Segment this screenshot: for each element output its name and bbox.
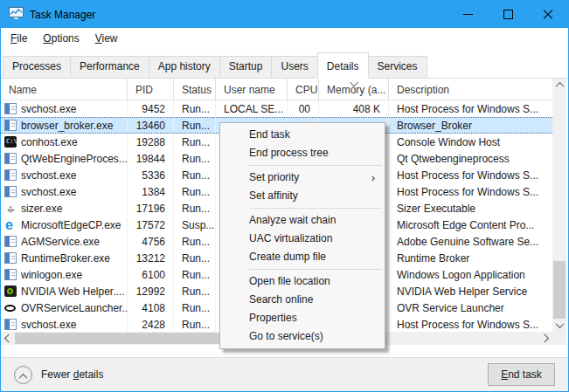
menu-separator [249,208,382,209]
scrollbar-corner [552,332,566,345]
menu-item-set-affinity[interactable]: Set affinity [220,187,385,205]
column-header-description[interactable]: Description [389,79,552,100]
app-window-icon [4,319,17,330]
scroll-left-button[interactable] [1,332,14,345]
scroll-down-button[interactable] [552,319,566,332]
column-header-name[interactable]: Name [1,79,128,100]
vertical-scrollbar-thumb[interactable] [553,261,566,319]
app-window-icon [4,169,17,181]
close-button[interactable] [528,1,568,28]
fewer-details-toggle[interactable]: Fewer details [14,366,103,384]
tab-processes[interactable]: Processes [3,56,71,79]
table-row[interactable]: svchost.exe 9452 Run... LOCAL SE... 00 4… [1,100,552,117]
console-icon [4,136,17,148]
app-window-icon [4,269,17,280]
ovr-oval-icon [4,302,17,313]
tab-users[interactable]: Users [271,56,317,79]
tabstrip: Processes Performance App history Startu… [1,49,568,79]
menu-item-go-to-services[interactable]: Go to service(s) [220,327,385,346]
titlebar[interactable]: Task Manager [1,1,568,28]
tab-details[interactable]: Details [317,52,369,79]
footer-bar: Fewer details End task [1,357,568,391]
column-header-pid[interactable]: PID [128,79,174,100]
vertical-scrollbar[interactable] [552,79,566,332]
menubar-item-view[interactable]: View [87,30,126,47]
task-manager-icon [9,7,24,22]
app-window-icon [4,153,17,164]
move-arrows-icon [4,203,17,214]
edge-browser-icon [4,219,17,230]
menu-separator [249,269,382,270]
menu-item-create-dump-file[interactable]: Create dump file [220,248,385,266]
collapse-chevron-icon [14,366,32,384]
menu-item-set-priority[interactable]: Set priority› [220,168,385,187]
minimize-icon [463,14,473,15]
scroll-left-icon [4,334,13,343]
menu-item-open-file-location[interactable]: Open file location [220,272,385,291]
tab-performance[interactable]: Performance [70,56,149,79]
nvidia-icon [4,285,17,297]
menu-separator [249,165,382,166]
menu-item-analyze-wait-chain[interactable]: Analyze wait chain [220,211,385,230]
menu-item-properties[interactable]: Properties [220,309,385,327]
close-icon [543,10,553,20]
scroll-up-icon [555,82,564,91]
end-task-button[interactable]: End task [488,363,555,386]
app-window-icon [4,103,17,114]
tab-app-history[interactable]: App history [149,56,220,79]
scroll-right-button[interactable] [539,332,552,345]
scroll-up-button[interactable] [552,79,566,92]
app-window-icon [4,186,17,197]
menu-item-end-process-tree[interactable]: End process tree [220,144,385,162]
submenu-arrow-icon: › [371,168,375,187]
menubar-item-options[interactable]: Options [35,30,87,47]
tab-startup[interactable]: Startup [219,56,273,79]
app-window-icon [4,236,17,247]
app-window-icon [4,120,17,131]
fewer-details-label: Fewer details [41,368,103,381]
column-header-cpu[interactable]: CPU [288,79,319,100]
menubar: File Options View [1,28,568,49]
column-header-user-name[interactable]: User name [216,79,288,100]
column-header-memory[interactable]: Memory (a... [319,79,389,100]
menubar-item-file[interactable]: File [3,30,35,47]
column-header-status[interactable]: Status [174,79,216,100]
context-menu: End task End process tree Set priority› … [219,122,385,349]
tab-services[interactable]: Services [368,56,427,79]
window-title: Task Manager [30,9,95,21]
scroll-down-icon [555,320,564,328]
app-window-icon [4,252,17,264]
maximize-button[interactable] [488,1,528,28]
menu-item-end-task[interactable]: End task [220,126,385,144]
menu-item-uac-virtualization[interactable]: UAC virtualization [220,230,385,248]
maximize-icon [503,10,513,19]
menu-item-search-online[interactable]: Search online [220,291,385,309]
minimize-button[interactable] [448,1,488,28]
scroll-right-icon [540,334,549,343]
table-header: Name PID Status User name CPU Memory (a.… [1,79,552,100]
task-manager-window: Task Manager File Options View Processes… [0,0,569,392]
